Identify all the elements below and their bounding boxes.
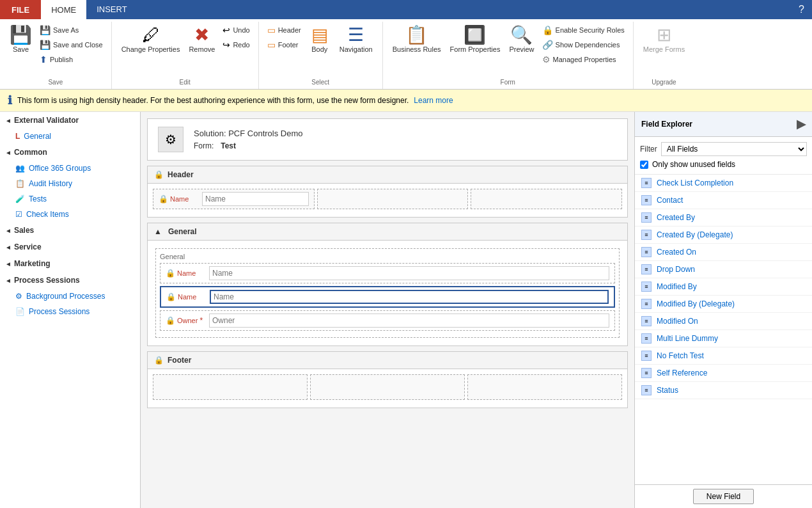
sales-label: Sales — [14, 226, 34, 235]
field-list-item[interactable]: ≡ Modified By — [635, 278, 812, 296]
footer-button[interactable]: ▭ Footer — [264, 38, 304, 52]
save-and-close-button[interactable]: 💾 Save and Close — [36, 38, 106, 52]
new-field-button[interactable]: New Field — [693, 489, 754, 504]
form-properties-button[interactable]: 🔲 Form Properties — [446, 23, 505, 56]
sidebar-item-office365[interactable]: 👥 Office 365 Groups — [0, 161, 140, 176]
sidebar-section-common[interactable]: ◄ Common — [0, 144, 140, 161]
footer-icon: ▭ — [267, 40, 276, 50]
sidebar-item-general[interactable]: L General — [0, 129, 140, 144]
field-list-item[interactable]: ≡ Contact — [635, 192, 812, 209]
field-item-icon: ≡ — [641, 316, 652, 326]
general-expand-icon: ▲ — [154, 227, 162, 236]
show-dependencies-button[interactable]: 🔗 Show Dependencies — [539, 38, 628, 52]
footer-row-1 — [153, 374, 622, 400]
field-list-item[interactable]: ≡ Modified By (Delegate) — [635, 296, 812, 313]
general-name-field-2[interactable]: 🔒 Name — [160, 286, 615, 308]
field-list-item[interactable]: ≡ Modified On — [635, 313, 812, 330]
change-properties-button[interactable]: 🖊 Change Properties — [117, 23, 185, 56]
general-section-content: General 🔒 Name — [148, 241, 627, 345]
redo-button[interactable]: ↪ Redo — [219, 38, 253, 52]
save-button[interactable]: 💾 Save — [5, 23, 36, 56]
navigation-button[interactable]: ☰ Navigation — [335, 23, 377, 56]
learn-more-link[interactable]: Learn more — [414, 96, 453, 105]
general-inner: General 🔒 Name — [155, 248, 620, 338]
sidebar-item-background[interactable]: ⚙ Background Processes — [0, 289, 140, 304]
checkbox-label: Only show unused fields — [652, 160, 735, 169]
field-item-icon: ≡ — [641, 230, 652, 240]
sidebar-item-audit[interactable]: 📋 Audit History — [0, 176, 140, 191]
remove-button[interactable]: ✖ Remove — [184, 23, 219, 56]
sidebar-section-external-validator[interactable]: ◄ External Validator — [0, 112, 140, 129]
general-name-input-1[interactable] — [209, 266, 609, 280]
arrow-icon: ◄ — [5, 117, 12, 124]
sidebar-item-tests[interactable]: 🧪 Tests — [0, 191, 140, 207]
sidebar-section-sales[interactable]: ◄ Sales — [0, 222, 140, 239]
save-close-icon: 💾 — [40, 40, 51, 50]
form-canvas: ⚙ Solution: PCF Controls Demo Form: Test… — [141, 112, 634, 508]
header-button[interactable]: ▭ Header — [264, 23, 304, 37]
header-section-header[interactable]: 🔒 Header — [148, 166, 627, 184]
field-list-item[interactable]: ≡ Self Reference — [635, 365, 812, 382]
file-tab[interactable]: FILE — [0, 0, 41, 19]
field-list-item[interactable]: ≡ Check List Completion — [635, 175, 812, 192]
general-name-field-1[interactable]: 🔒 Name — [160, 263, 615, 283]
field-lock-2: 🔒 — [166, 292, 176, 301]
business-rules-button[interactable]: 📋 Business Rules — [388, 23, 446, 56]
field-explorer-expand-icon[interactable]: ▶ — [797, 117, 806, 131]
general-row-1: 🔒 Name — [160, 263, 615, 283]
undo-button[interactable]: ↩ Undo — [219, 23, 253, 37]
publish-button[interactable]: ⬆ Publish — [36, 52, 106, 67]
insert-tab[interactable]: INSERT — [86, 0, 137, 19]
header-empty-2 — [471, 189, 622, 209]
footer-empty-3 — [467, 374, 622, 400]
body-button[interactable]: ▤ Body — [304, 23, 335, 56]
save-icon: 💾 — [10, 26, 32, 44]
field-item-icon: ≡ — [641, 178, 652, 188]
tests-icon: 🧪 — [15, 194, 25, 203]
general-owner-field[interactable]: 🔒 Owner * — [160, 310, 615, 331]
sidebar-section-process[interactable]: ◄ Process Sessions — [0, 272, 140, 289]
field-item-icon: ≡ — [641, 385, 652, 395]
navigation-icon: ☰ — [348, 26, 364, 44]
home-tab[interactable]: HOME — [41, 0, 86, 19]
sidebar-section-service[interactable]: ◄ Service — [0, 239, 140, 255]
merge-forms-button[interactable]: ⊞ Merge Forms — [639, 23, 689, 56]
filter-select[interactable]: All FieldsUsed FieldsUnused Fields — [661, 142, 807, 156]
main-area: ◄ External Validator L General ◄ Common … — [0, 112, 812, 508]
ribbon-group-select: ▭ Header ▭ Footer ▤ Body ☰ Navigation Se… — [259, 22, 383, 89]
general-row-2: 🔒 Name — [160, 286, 615, 308]
form-group-label: Form — [501, 77, 515, 88]
preview-icon: 🔍 — [510, 26, 533, 44]
general-section-header[interactable]: ▲ General — [148, 223, 627, 241]
field-list-item[interactable]: ≡ Created By — [635, 209, 812, 226]
preview-button[interactable]: 🔍 Preview — [504, 23, 538, 56]
field-list-item[interactable]: ≡ Status — [635, 382, 812, 399]
field-item-icon: ≡ — [641, 264, 652, 274]
merge-icon: ⊞ — [657, 26, 671, 44]
sidebar-section-marketing[interactable]: ◄ Marketing — [0, 255, 140, 272]
footer-section-header[interactable]: 🔒 Footer — [148, 352, 627, 369]
business-rules-icon: 📋 — [405, 26, 428, 44]
form-header-bar: ⚙ Solution: PCF Controls Demo Form: Test — [147, 118, 628, 161]
field-list-item[interactable]: ≡ Multi Line Dummy — [635, 330, 812, 347]
unused-fields-checkbox[interactable] — [640, 161, 648, 169]
field-list-item[interactable]: ≡ No Fetch Test — [635, 347, 812, 365]
undo-icon: ↩ — [223, 25, 230, 35]
field-list-item[interactable]: ≡ Created On — [635, 244, 812, 261]
field-list-item[interactable]: ≡ Created By (Delegate) — [635, 226, 812, 244]
save-as-icon: 💾 — [40, 25, 51, 35]
header-name-field[interactable]: 🔒 Name — [153, 189, 315, 209]
field-list-item[interactable]: ≡ Drop Down — [635, 261, 812, 278]
save-group-label: Save — [48, 77, 63, 88]
enable-security-button[interactable]: 🔒 Enable Security Roles — [539, 23, 628, 37]
general-name-input-2[interactable] — [210, 290, 609, 304]
managed-properties-button[interactable]: ⚙ Managed Properties — [539, 52, 628, 67]
field-item-icon: ≡ — [641, 212, 652, 223]
sidebar-item-process-sessions[interactable]: 📄 Process Sessions — [0, 304, 140, 319]
save-as-button[interactable]: 💾 Save As — [36, 23, 106, 37]
help-icon[interactable]: ? — [791, 0, 812, 19]
general-owner-input[interactable] — [209, 314, 609, 328]
header-name-input[interactable] — [202, 192, 309, 206]
sidebar-item-check-items[interactable]: ☑ Check Items — [0, 207, 140, 222]
header-section-title: Header — [168, 170, 194, 179]
